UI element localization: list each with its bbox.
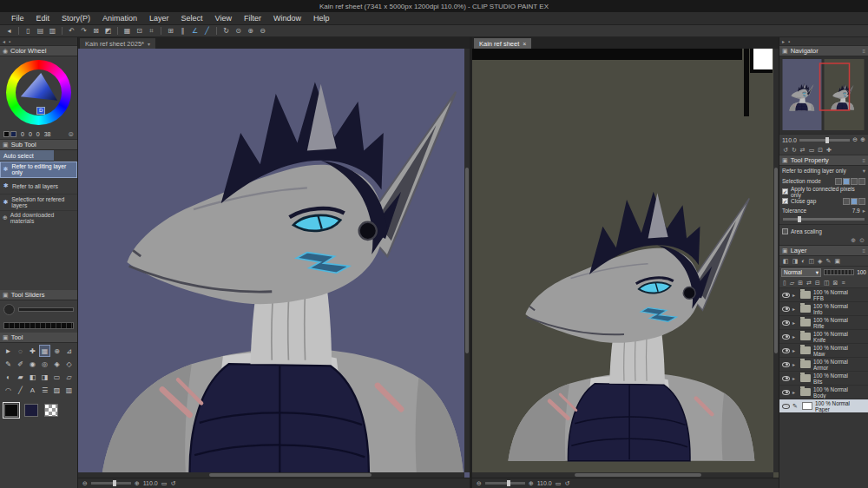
connected-pixels-row[interactable]: ✓ Apply to connected pixels only	[779, 187, 868, 196]
close-gap-checkbox[interactable]: ✓	[782, 198, 788, 204]
menu-window[interactable]: Window	[267, 12, 307, 25]
new-folder-icon[interactable]: ⊞	[798, 280, 803, 287]
navigator-thumbnail[interactable]	[779, 56, 868, 135]
area-scaling-row[interactable]: Area scaling	[779, 227, 868, 236]
lock-layer-icon[interactable]: ▣	[834, 258, 840, 265]
extra-tool-icon[interactable]: ▥	[63, 384, 75, 396]
right-canvas-hscrollbar[interactable]	[472, 472, 773, 478]
left-canvas-hscrollbar[interactable]	[78, 472, 464, 478]
operation-tool-icon[interactable]: ►	[3, 345, 14, 357]
expand-chevron-icon[interactable]: ▸	[792, 375, 798, 381]
gap-level-icon[interactable]	[858, 198, 865, 205]
panel-options-icon[interactable]: ≡	[862, 49, 865, 54]
open-file-icon[interactable]: ▤	[35, 26, 46, 36]
selection-subtract-icon[interactable]	[851, 178, 858, 185]
menu-file[interactable]: File	[5, 12, 30, 25]
panel-menu-icon[interactable]: ▪	[788, 39, 790, 44]
menu-layer[interactable]: Layer	[143, 12, 175, 25]
zoom-slider[interactable]	[485, 482, 525, 485]
rotate-right-icon[interactable]: ↻	[792, 147, 797, 154]
tolerance-slider[interactable]	[783, 218, 865, 221]
brush-tool-icon[interactable]: ◉	[27, 358, 38, 370]
figure-tool-icon[interactable]: ◨	[39, 371, 50, 383]
tab-kain-ref-sheet[interactable]: Kain ref sheet ×	[474, 38, 531, 49]
add-setting-icon[interactable]: ⊕	[851, 237, 856, 244]
transfer-layer-icon[interactable]: ⇄	[806, 280, 812, 287]
right-canvas-viewport[interactable]	[472, 49, 779, 478]
reset-view-icon[interactable]: ⊙	[233, 26, 244, 36]
tolerance-value[interactable]: 7.9	[852, 208, 860, 214]
layer-row-ffb[interactable]: ▸ 100 % NormalFFB	[779, 288, 868, 302]
visibility-eye-icon[interactable]	[782, 404, 790, 409]
close-gap-row[interactable]: ✓ Close gap	[779, 196, 868, 206]
reset-display-icon[interactable]: ✚	[826, 147, 832, 154]
layer-mask-icon[interactable]: ◧	[783, 258, 789, 265]
eyedropper-tool-icon[interactable]: ⊿	[63, 345, 75, 357]
invert-selection-icon[interactable]: ⊡	[134, 26, 145, 36]
pen-tool-icon[interactable]: ✎	[3, 358, 14, 370]
fit-to-screen-icon[interactable]: ▭	[809, 147, 815, 154]
tool-panel-header[interactable]: ▣ Tool	[0, 333, 77, 343]
rotate-left-icon[interactable]: ↺	[783, 147, 788, 154]
visibility-eye-icon[interactable]	[782, 293, 790, 298]
new-file-icon[interactable]: ▯	[23, 26, 34, 36]
move-tool-icon[interactable]: ✚	[27, 345, 38, 357]
visibility-eye-icon[interactable]	[782, 320, 790, 326]
close-tab-icon[interactable]: ×	[523, 41, 526, 47]
zoom-in-icon[interactable]: ⊕	[135, 480, 140, 487]
rotate-reset-icon[interactable]: ↺	[170, 480, 175, 487]
flip-horizontal-icon[interactable]: ⇄	[800, 147, 806, 154]
zoom-in-icon[interactable]: ⊕	[860, 136, 865, 143]
connected-pixels-checkbox[interactable]: ✓	[782, 188, 788, 195]
color-wheel-header[interactable]: ◉ Color Wheel	[0, 46, 77, 56]
color-slider-icon[interactable]: ⊜	[68, 130, 74, 138]
expand-chevron-icon[interactable]: ▸	[792, 306, 798, 312]
actual-size-icon[interactable]: ⊡	[818, 147, 823, 154]
gradient-tool-icon[interactable]: ◧	[27, 371, 38, 383]
layer-row-bits[interactable]: ▸ 100 % NormalBits	[779, 372, 868, 386]
deselect-icon[interactable]: ▦	[122, 26, 133, 36]
rotate-view-icon[interactable]: ↻	[220, 26, 232, 36]
zoom-out-icon[interactable]: ⊖	[477, 480, 482, 487]
primary-color-swatch[interactable]	[3, 131, 10, 137]
eraser-tool-icon[interactable]: ◇	[63, 358, 75, 370]
menu-select[interactable]: Select	[175, 12, 209, 25]
visibility-eye-icon[interactable]	[782, 376, 790, 381]
panel-options-icon[interactable]: ≡	[862, 158, 865, 163]
expand-chevron-icon[interactable]: ▸	[792, 389, 798, 395]
zoom-out-icon[interactable]: ⊖	[257, 26, 268, 36]
menu-edit[interactable]: Edit	[30, 12, 56, 25]
layer-row-rifle[interactable]: ▸ 100 % NormalRifle	[779, 316, 868, 330]
layer-color-icon[interactable]: ◐	[801, 258, 805, 264]
snap-to-special-ruler-icon[interactable]: ╱	[201, 26, 213, 36]
pencil-tool-icon[interactable]: ✐	[15, 358, 26, 370]
sub-tool-group-tab[interactable]: Auto select	[0, 150, 54, 162]
area-scaling-checkbox[interactable]	[782, 228, 788, 234]
collapse-panel-icon[interactable]: ◂	[3, 38, 5, 44]
menu-story[interactable]: Story(P)	[56, 12, 96, 25]
transparent-color-swatch[interactable]	[44, 404, 58, 417]
save-icon[interactable]: ▥	[47, 26, 58, 36]
brush-size-presets[interactable]	[3, 322, 74, 329]
auto-select-tool-icon[interactable]: ▦	[39, 345, 50, 357]
ruler-icon[interactable]: ∥	[177, 26, 188, 36]
panel-menu-icon[interactable]: ▪	[9, 39, 10, 44]
fit-view-icon[interactable]: ▭	[161, 480, 168, 487]
all-settings-icon[interactable]: ⊙	[859, 237, 865, 244]
layer-effect-icon[interactable]: ◨	[792, 258, 799, 265]
delete-layer-icon[interactable]: ⊠	[833, 280, 838, 287]
subtool-refer-all-layers[interactable]: ✱ Refer to all layers	[0, 178, 77, 195]
line-tool-icon[interactable]: ╱	[15, 384, 26, 396]
expand-chevron-icon[interactable]: ▸	[792, 333, 798, 340]
visibility-eye-icon[interactable]	[782, 348, 790, 353]
redo-icon[interactable]: ↷	[78, 26, 89, 36]
navigator-header[interactable]: ▣ Navigator ≡	[779, 46, 868, 56]
draft-layer-icon[interactable]: ✎	[826, 258, 832, 265]
tool-property-header[interactable]: ▣ Tool Property ≡	[779, 155, 868, 166]
visibility-eye-icon[interactable]	[782, 307, 790, 312]
fill-tool-icon[interactable]: ▰	[15, 371, 26, 383]
fill-icon[interactable]: ◩	[102, 26, 114, 36]
sub-color-swatch[interactable]	[24, 404, 38, 417]
collapse-panel-icon[interactable]: ▸	[782, 38, 785, 44]
color-marker[interactable]: D	[36, 107, 45, 115]
